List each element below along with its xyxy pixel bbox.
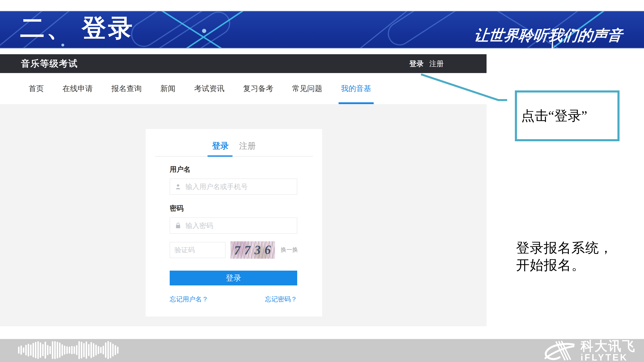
banner-icons-row [480,48,629,56]
slide: 二、 登录 让世界聆听我们的声音 音乐等级考试 登录 注册 首页在线申请报名查询… [0,0,644,362]
nav-item-query[interactable]: 报名查询 [112,73,142,104]
waveform-bar [86,342,87,359]
waveform-bar [105,342,106,358]
waveform-bar [35,342,36,358]
login-card-tabs: 登录 注册 [146,140,322,152]
chat-icon [563,48,570,56]
waveform-bar [100,347,102,353]
tab-register[interactable]: 注册 [239,140,256,152]
captcha-image[interactable]: 7736 [230,241,275,259]
user-icon [174,183,182,190]
waveform-bar [30,345,32,356]
waveform-bar [64,346,65,355]
captcha-refresh-link[interactable]: 换一换 [280,246,298,254]
forgot-username-link[interactable]: 忘记用户名？ [170,295,208,304]
sun-icon [598,48,605,56]
iflytek-text: 科大讯飞 iFLYTEK [580,340,636,362]
slogan-calligraphy: 让世界聆听我们的声音 [473,25,638,45]
captcha-code: 7736 [231,243,275,258]
waveform-bar [54,341,56,359]
forgot-password-link[interactable]: 忘记密码？ [265,295,297,304]
site-brand-title: 音乐等级考试 [21,58,78,70]
waveform-bar [117,347,118,354]
header-login-link[interactable]: 登录 [409,59,424,68]
nav-item-news[interactable]: 新闻 [160,73,176,104]
waveform-bar [44,342,46,359]
waveform-bar [23,347,24,353]
username-input[interactable] [185,183,297,191]
iflytek-logo: 科大讯飞 iFLYTEK [542,340,636,362]
callout-box: 点击“登录” [515,90,620,141]
iflytek-brand-en: iFLYTEK [580,353,636,362]
waveform-bar [110,342,111,358]
waveform-bar [57,342,58,359]
lock-icon [174,222,182,229]
footer: 科大讯飞 iFLYTEK [0,339,644,362]
captcha-field[interactable] [170,242,226,258]
header-auth-links: 登录 注册 [409,59,444,68]
side-note-line1: 登录报名系统， [516,239,613,257]
waveform-bar [95,345,97,356]
username-field[interactable] [170,179,297,195]
waveform-bar [42,344,44,356]
fuel-icon [621,48,629,56]
nav-item-faq[interactable]: 常见问题 [292,73,322,104]
waveform-bar [102,346,104,355]
waveform-bar [108,341,109,359]
captcha-input[interactable] [174,246,225,254]
login-button[interactable]: 登录 [170,271,297,285]
waveform-bar [59,343,60,358]
waveform-bar [28,344,29,357]
iflytek-brand-cn: 科大讯飞 [580,340,636,353]
waveform-bar [88,344,90,356]
password-field[interactable] [170,218,297,234]
waveform-logo [18,341,118,360]
waveform-bar [90,342,92,358]
waveform-bar [69,347,70,354]
tab-login[interactable]: 登录 [212,140,229,152]
waveform-bar [40,342,41,358]
music-note-icon [539,48,546,56]
login-card: 登录 注册 用户名 密码 7736 换一换 [146,129,322,317]
waveform-bar [112,344,114,357]
slide-title: 二、 登录 [20,12,134,45]
waveform-bar [50,346,51,354]
waveform-bar [32,343,34,357]
tab-divider [155,156,313,157]
nav-item-apply[interactable]: 在线申请 [62,73,93,104]
side-note-line2: 开始报名。 [516,257,613,274]
waveform-bar [71,346,72,354]
waveform-bar [37,341,39,359]
tab-active-underline [208,155,232,157]
header-register-link[interactable]: 注册 [429,59,444,68]
site-header: 音乐等级考试 登录 注册 [0,54,486,73]
pulse-icon [492,48,500,56]
waveform-bar [83,343,85,357]
mic-icon [586,48,594,56]
waveform-bar [62,344,63,356]
nav-item-home[interactable]: 首页 [29,73,44,104]
waveform-bar [115,345,116,355]
callout-text: 点击“登录” [521,107,587,125]
search-icon [504,48,512,56]
waveform-bar [74,346,75,354]
waveform-bar [18,347,20,354]
password-label: 密码 [170,204,184,213]
waveform-bar [76,345,78,355]
side-note: 登录报名系统， 开始报名。 [516,239,613,274]
phone-icon [551,48,558,56]
password-input[interactable] [185,222,297,230]
waveform-bar [52,341,53,359]
tv-icon [528,48,535,56]
nav-item-review[interactable]: 复习备考 [243,73,274,104]
banner: 二、 登录 让世界聆听我们的声音 [0,11,644,48]
nav-item-info[interactable]: 考试资讯 [194,73,224,104]
waveform-bar [81,342,82,359]
waveform-bar [93,343,94,357]
waveform-bar [25,345,27,356]
cart-icon [610,48,617,56]
plane-icon [574,48,582,56]
waveform-bar [78,341,80,359]
main-nav: 首页在线申请报名查询新闻考试资讯复习备考常见问题我的音基 [0,73,486,104]
nav-item-mymusic[interactable]: 我的音基 [341,73,371,104]
